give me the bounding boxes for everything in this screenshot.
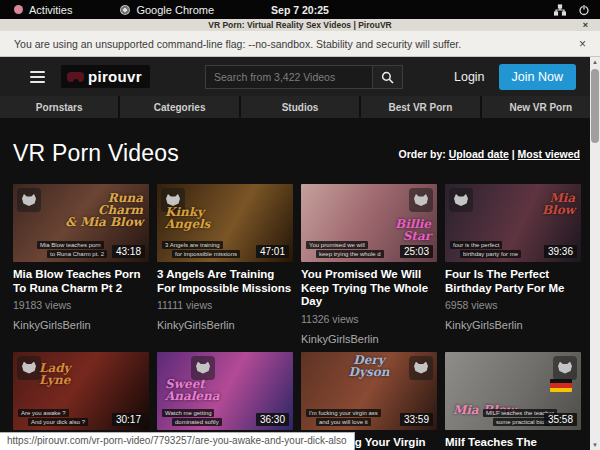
video-thumbnail[interactable]: Mia Blow MILF teaches the teachersome pr… xyxy=(445,352,581,430)
german-flag-icon xyxy=(550,379,572,392)
studio-link[interactable]: KinkyGirlsBerlin xyxy=(157,319,293,331)
thumbnail-performer-name: Mia Blow xyxy=(542,192,575,216)
login-link[interactable]: Login xyxy=(454,70,485,84)
video-thumbnail[interactable]: Runa Charm & Mia Blow Mia Blow teaches p… xyxy=(13,184,149,262)
video-title[interactable]: 3 Angels Are Training For Impossible Mis… xyxy=(157,268,293,295)
recording-dot-icon xyxy=(14,5,23,14)
join-now-button[interactable]: Join Now xyxy=(499,64,576,90)
tab-title: VR Porn: Virtual Reality Sex Videos | Pi… xyxy=(208,20,391,30)
activities-label: Activities xyxy=(29,4,72,16)
search-input[interactable] xyxy=(205,65,373,89)
thumb-caption: Mia Blow teaches porn xyxy=(37,241,104,249)
logo-text: pirouvr xyxy=(88,68,142,85)
chrome-app-icon xyxy=(120,5,130,15)
scrollbar-thumb[interactable] xyxy=(591,69,599,143)
order-separator: | xyxy=(512,148,515,160)
vr-goggles-icon xyxy=(67,72,84,82)
duration-badge: 35:58 xyxy=(544,413,577,426)
order-by-label: Order by: xyxy=(398,148,445,160)
menu-item-studios[interactable]: Studios xyxy=(241,96,359,118)
video-grid: Runa Charm & Mia Blow Mia Blow teaches p… xyxy=(0,184,600,450)
activities-button[interactable]: Activities xyxy=(14,4,72,16)
thumb-caption: dominated softly xyxy=(172,418,222,426)
menu-item-best-vr[interactable]: Best VR Porn xyxy=(361,96,479,118)
order-upload-date-link[interactable]: Upload date xyxy=(449,148,509,160)
thumb-caption: birthday party for me xyxy=(460,250,521,258)
studio-link[interactable]: KinkyGirlsBerlin xyxy=(13,319,149,331)
screen: Activities Google Chrome Sep 7 20:25 VR … xyxy=(0,0,600,450)
video-title[interactable]: Four Is The Perfect Birthday Party For M… xyxy=(445,268,581,295)
video-thumbnail[interactable]: Dery Dyson I'm fucking your virgin assan… xyxy=(301,352,437,430)
studio-cat-mask-icon xyxy=(409,188,433,212)
status-url-bubble: https://pirouvr.com/vr-porn-video/779325… xyxy=(0,432,355,450)
duration-badge: 30:17 xyxy=(112,413,145,426)
studio-cat-mask-icon xyxy=(17,356,41,380)
studio-link[interactable]: KinkyGirlsBerlin xyxy=(445,319,581,331)
video-card[interactable]: Mia Blow four is the perfectbirthday par… xyxy=(445,184,581,345)
studio-cat-mask-icon xyxy=(409,356,433,380)
video-thumbnail[interactable]: Mia Blow four is the perfectbirthday par… xyxy=(445,184,581,262)
close-icon[interactable]: × xyxy=(583,19,588,31)
thumb-caption: keep trying the whole d xyxy=(316,250,384,258)
thumb-caption: 3 Angels are training xyxy=(162,241,223,249)
site-menu: Pornstars Categories Studios Best VR Por… xyxy=(0,96,600,118)
focused-app-menu[interactable]: Google Chrome xyxy=(120,4,214,16)
menu-item-pornstars[interactable]: Pornstars xyxy=(0,96,118,118)
app-name-label: Google Chrome xyxy=(136,4,214,16)
thumb-caption: and you will love it xyxy=(316,418,371,426)
video-title[interactable]: Milf Teaches The Teacher Some Practical … xyxy=(445,436,581,450)
thumb-caption: to Runa Charm pt. 2 xyxy=(47,250,107,258)
video-card[interactable]: Runa Charm & Mia Blow Mia Blow teaches p… xyxy=(13,184,149,345)
thumb-caption: Watch me getting xyxy=(162,409,214,417)
network-icon[interactable] xyxy=(554,4,566,16)
scrollbar-down-icon[interactable]: ▼ xyxy=(592,440,598,450)
thumbnail-performer-name: Kinky Angels xyxy=(165,206,210,230)
duration-badge: 33:59 xyxy=(400,413,433,426)
view-count: 19183 views xyxy=(13,299,149,311)
view-count: 11326 views xyxy=(301,313,437,325)
thumbnail-performer-name: Sweet Analena xyxy=(165,378,220,402)
video-title[interactable]: You Promised We Will Keep Trying The Who… xyxy=(301,268,437,309)
menu-item-new-vr[interactable]: New VR Porn xyxy=(482,96,600,118)
system-top-bar: Activities Google Chrome Sep 7 20:25 xyxy=(0,0,600,19)
clock[interactable]: Sep 7 20:25 xyxy=(271,4,329,16)
order-most-viewed-link[interactable]: Most viewed xyxy=(518,148,580,160)
thumbnail-performer-name: Lady Lyne xyxy=(39,362,71,386)
video-thumbnail[interactable]: Billie Star You promised we willkeep try… xyxy=(301,184,437,262)
thumbnail-performer-name: Billie Star xyxy=(395,218,431,242)
scrollbar[interactable]: ▲ ▼ xyxy=(590,57,600,450)
menu-item-categories[interactable]: Categories xyxy=(120,96,238,118)
thumbnail-performer-name: Runa Charm & Mia Blow xyxy=(65,192,143,228)
thumb-caption: I'm fucking your virgin ass xyxy=(306,409,381,417)
video-thumbnail[interactable]: Lady Lyne Are you awake ?And your dick a… xyxy=(13,352,149,430)
thumb-caption: You promised we will xyxy=(306,241,368,249)
duration-badge: 39:36 xyxy=(544,245,577,258)
page-title: VR Porn Videos xyxy=(13,140,179,167)
studio-cat-mask-icon xyxy=(449,188,473,212)
hamburger-menu-icon[interactable] xyxy=(30,71,45,83)
studio-link[interactable]: KinkyGirlsBerlin xyxy=(301,333,437,345)
thumb-caption: for impossible missions xyxy=(172,250,240,258)
view-count: 6958 views xyxy=(445,299,581,311)
duration-badge: 47:01 xyxy=(256,245,289,258)
video-thumbnail[interactable]: Kinky Angels 3 Angels are trainingfor im… xyxy=(157,184,293,262)
search-icon xyxy=(381,71,394,84)
site-logo[interactable]: pirouvr xyxy=(61,65,150,88)
duration-badge: 25:03 xyxy=(400,245,433,258)
video-title[interactable]: Mia Blow Teaches Porn To Runa Charm Pt 2 xyxy=(13,268,149,295)
site-navbar: pirouvr Login Join Now xyxy=(0,57,600,96)
video-card[interactable]: Billie Star You promised we willkeep try… xyxy=(301,184,437,345)
power-icon[interactable] xyxy=(578,4,590,16)
scrollbar-up-icon[interactable]: ▲ xyxy=(592,57,598,67)
video-thumbnail[interactable]: Sweet Analena Watch me gettingdominated … xyxy=(157,352,293,430)
search-button[interactable] xyxy=(373,65,403,89)
thumbnail-performer-name: Dery Dyson xyxy=(349,354,390,378)
warning-close-icon[interactable]: × xyxy=(579,37,586,51)
video-card[interactable]: Kinky Angels 3 Angels are trainingfor im… xyxy=(157,184,293,345)
sandbox-warning-bar: You are using an unsupported command-lin… xyxy=(0,31,600,57)
studio-cat-mask-icon xyxy=(553,356,577,380)
order-by: Order by: Upload date | Most viewed xyxy=(398,148,580,160)
video-card[interactable]: Mia Blow MILF teaches the teachersome pr… xyxy=(445,352,581,450)
search-bar xyxy=(205,65,403,89)
warning-text: You are using an unsupported command-lin… xyxy=(14,38,461,50)
